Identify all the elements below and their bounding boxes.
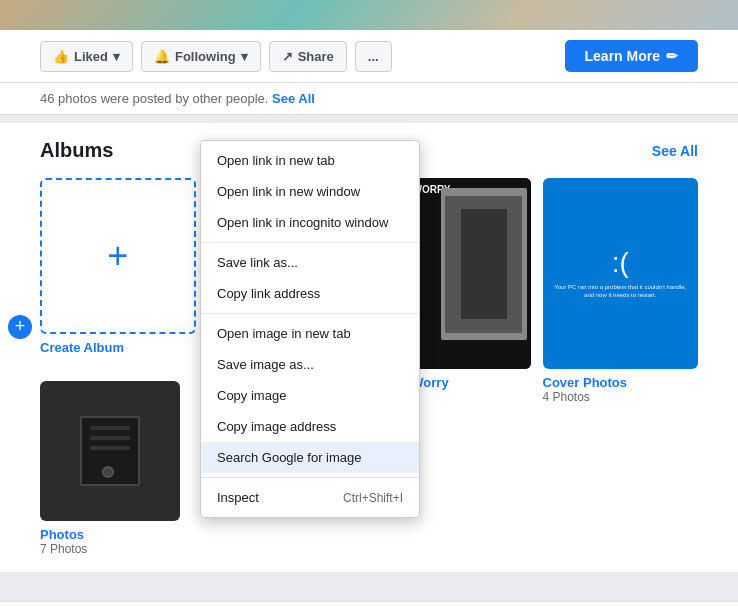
share-icon: ↗ bbox=[282, 49, 293, 64]
thumbs-up-icon: 👍 bbox=[53, 49, 69, 64]
context-open-window[interactable]: Open link in new window bbox=[201, 176, 419, 207]
pencil-icon: ✏ bbox=[666, 48, 678, 64]
context-save-image[interactable]: Save image as... bbox=[201, 349, 419, 380]
computer-shape bbox=[80, 416, 140, 486]
see-all-link-info[interactable]: See All bbox=[272, 91, 315, 106]
liked-chevron-icon: ▾ bbox=[113, 49, 120, 64]
context-menu: Open link in new tab Open link in new wi… bbox=[200, 140, 420, 518]
photos-album-item[interactable]: Photos 7 Photos bbox=[40, 381, 180, 556]
sad-face-icon: :( bbox=[612, 247, 629, 279]
context-open-tab[interactable]: Open link in new tab bbox=[201, 145, 419, 176]
cover-photo bbox=[0, 0, 738, 30]
albums-title: Albums bbox=[40, 139, 113, 162]
cover-album-count: 4 Photos bbox=[543, 390, 699, 404]
following-label: Following bbox=[175, 49, 236, 64]
cover-album-item[interactable]: :( Your PC ran into a problem that it co… bbox=[543, 178, 699, 369]
photos-album-label: Photos bbox=[40, 527, 180, 542]
add-icon: + bbox=[15, 316, 26, 337]
following-button[interactable]: 🔔 Following ▾ bbox=[141, 41, 261, 72]
liked-button[interactable]: 👍 Liked ▾ bbox=[40, 41, 133, 72]
context-save-link[interactable]: Save link as... bbox=[201, 247, 419, 278]
context-search-google[interactable]: Search Google for image bbox=[201, 442, 419, 473]
create-album-label: Create Album bbox=[40, 340, 196, 355]
context-open-incognito[interactable]: Open link in incognito window bbox=[201, 207, 419, 238]
share-button[interactable]: ↗ Share bbox=[269, 41, 347, 72]
learn-more-button[interactable]: Learn More ✏ bbox=[565, 40, 698, 72]
context-menu-overlay: Open link in new tab Open link in new wi… bbox=[200, 140, 420, 518]
create-album-thumb: + bbox=[40, 178, 196, 334]
info-text: 46 photos were posted by other people. bbox=[40, 91, 268, 106]
cover-album-thumb: :( Your PC ran into a problem that it co… bbox=[543, 178, 699, 369]
liked-label: Liked bbox=[74, 49, 108, 64]
spacer bbox=[0, 580, 738, 592]
context-open-image-tab[interactable]: Open image in new tab bbox=[201, 318, 419, 349]
add-floating-button[interactable]: + bbox=[8, 315, 32, 339]
photos-album-thumb bbox=[40, 381, 180, 521]
share-label: Share bbox=[298, 49, 334, 64]
inspect-shortcut: Ctrl+Shift+I bbox=[343, 491, 403, 505]
create-album-item[interactable]: + Create Album bbox=[40, 178, 196, 369]
photos-album-row: Photos 7 Photos bbox=[40, 381, 180, 556]
more-label: ... bbox=[368, 49, 379, 64]
create-album-plus-icon: + bbox=[107, 238, 128, 274]
all-photos-bar: All Photos 📷 Add Photos bbox=[0, 600, 738, 608]
action-bar-left: 👍 Liked ▾ 🔔 Following ▾ ↗ Share ... bbox=[40, 41, 392, 72]
context-sep-3 bbox=[201, 477, 419, 478]
context-sep-1 bbox=[201, 242, 419, 243]
context-inspect[interactable]: Inspect Ctrl+Shift+I bbox=[201, 482, 419, 513]
context-copy-link[interactable]: Copy link address bbox=[201, 278, 419, 309]
bell-icon: 🔔 bbox=[154, 49, 170, 64]
context-copy-image[interactable]: Copy image bbox=[201, 380, 419, 411]
following-chevron-icon: ▾ bbox=[241, 49, 248, 64]
page-wrapper: + 👍 Liked ▾ 🔔 Following ▾ ↗ Share ... bbox=[0, 0, 738, 607]
info-bar: 46 photos were posted by other people. S… bbox=[0, 83, 738, 115]
bsod-text: Your PC ran into a problem that it could… bbox=[551, 283, 691, 300]
albums-see-all[interactable]: See All bbox=[652, 143, 698, 159]
action-bar: 👍 Liked ▾ 🔔 Following ▾ ↗ Share ... Lear… bbox=[0, 30, 738, 83]
more-button[interactable]: ... bbox=[355, 41, 392, 72]
context-sep-2 bbox=[201, 313, 419, 314]
learn-more-label: Learn More bbox=[585, 48, 660, 64]
photos-album-count: 7 Photos bbox=[40, 542, 180, 556]
cover-album-label: Cover Photos bbox=[543, 375, 699, 390]
context-copy-image-address[interactable]: Copy image address bbox=[201, 411, 419, 442]
